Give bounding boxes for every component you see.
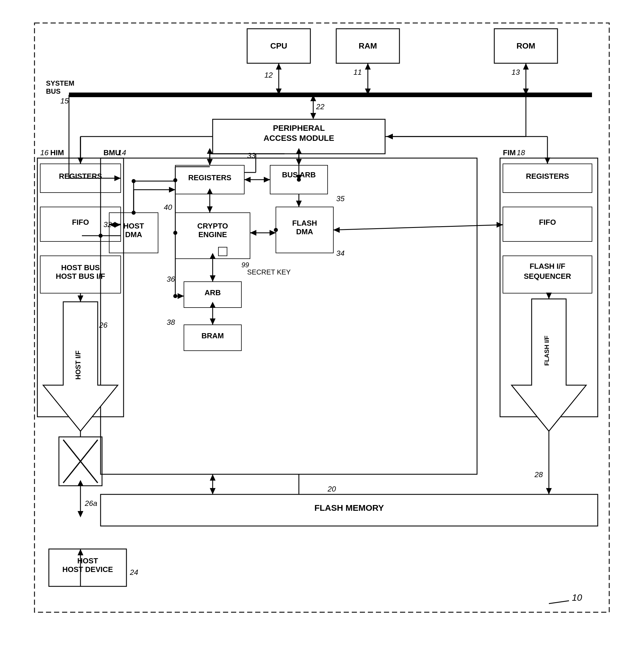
svg-marker-109: [210, 488, 216, 494]
arb-num-label: 36: [167, 275, 175, 283]
system-bus-num: 15: [61, 97, 69, 105]
him-host-bus-if-label: HOST BUS I/F: [56, 272, 105, 281]
pam-label2: ACCESS MODULE: [264, 134, 334, 143]
flash-if-label: FLASH I/F: [543, 335, 550, 366]
svg-marker-106: [78, 295, 83, 302]
system-bus-label2: BUS: [46, 88, 61, 95]
svg-rect-0: [35, 23, 609, 612]
diagram-ref-num: 10: [572, 592, 582, 603]
crypto-engine-label: CRYPTO: [198, 222, 228, 230]
host-if-label: HOST I/F: [74, 350, 82, 379]
svg-marker-68: [296, 201, 302, 207]
crypto-engine-label2: ENGINE: [198, 230, 227, 239]
num-34-label: 34: [336, 249, 345, 257]
him-host-bus-label: HOST BUS: [61, 263, 100, 272]
svg-marker-63: [250, 230, 256, 236]
svg-marker-104: [546, 488, 552, 494]
svg-marker-77: [169, 187, 175, 192]
ram-num-label: 11: [353, 68, 362, 77]
svg-marker-71: [264, 177, 270, 183]
svg-marker-7: [276, 63, 282, 69]
bmu-registers-label: REGISTERS: [188, 173, 231, 182]
bram-num-label: 38: [167, 318, 175, 326]
svg-marker-87: [115, 175, 121, 181]
rom-label: ROM: [516, 41, 535, 50]
flash-dma-label: FLASH: [292, 219, 317, 227]
ram-label: RAM: [359, 41, 377, 50]
svg-marker-53: [207, 206, 213, 213]
svg-rect-21: [100, 158, 477, 474]
fim-fifo-label: FIFO: [539, 218, 556, 227]
svg-marker-54: [207, 188, 213, 194]
host-dma-label2: DMA: [125, 230, 142, 239]
svg-marker-40: [296, 148, 302, 154]
secret-key-label: SECRET KEY: [247, 268, 291, 276]
svg-marker-59: [210, 319, 216, 325]
secret-key-num: 99: [241, 261, 249, 269]
fim-num-label: 18: [517, 148, 525, 157]
svg-marker-95: [78, 511, 83, 518]
svg-point-117: [274, 228, 278, 232]
flash-memory-label: FLASH MEMORY: [314, 503, 384, 512]
svg-marker-60: [210, 302, 216, 308]
svg-marker-108: [210, 474, 216, 481]
him-fifo-label: FIFO: [72, 218, 89, 227]
pam-num-label: 22: [316, 102, 324, 111]
svg-point-80: [98, 234, 103, 238]
svg-marker-56: [210, 276, 216, 282]
system-bus-label: SYSTEM: [46, 79, 75, 87]
svg-marker-48: [545, 158, 550, 164]
pam-label: PERIPHERAL: [273, 124, 325, 133]
flash-if-sequencer-label: FLASH I/F: [529, 262, 565, 270]
flash-if-sequencer-label2: SEQUENCER: [524, 272, 571, 281]
fim-label: FIM: [503, 148, 516, 157]
host-device-num-label: 24: [130, 568, 138, 577]
him-label: HIM: [50, 148, 64, 157]
cpu-num-label: 12: [264, 71, 273, 79]
svg-point-130: [132, 211, 136, 215]
svg-point-131: [132, 179, 136, 183]
num-35-label: 35: [336, 194, 345, 203]
svg-marker-57: [210, 253, 216, 259]
crypto-num-label: 40: [164, 203, 172, 212]
bmu-num-label: 14: [118, 148, 126, 157]
reg-num-33: 33: [247, 151, 255, 160]
svg-marker-125: [178, 293, 184, 299]
flash-if-num-label: 28: [534, 470, 543, 479]
svg-marker-114: [207, 148, 213, 154]
svg-marker-99: [78, 549, 83, 555]
host-if-num-label: 26: [99, 321, 107, 330]
him-num-label: 16: [40, 148, 49, 157]
host-device-label2: HOST DEVICE: [62, 565, 113, 574]
svg-marker-10: [365, 63, 371, 69]
svg-marker-13: [523, 63, 529, 69]
cpu-label: CPU: [270, 41, 287, 50]
host-if-cross-num: 26a: [84, 499, 97, 508]
svg-marker-102: [546, 293, 552, 299]
flash-mem-num-label: 20: [327, 485, 336, 493]
bram-label: BRAM: [201, 331, 224, 340]
arb-label: ARB: [205, 288, 221, 297]
svg-line-111: [549, 601, 569, 604]
svg-marker-70: [244, 177, 251, 183]
fim-registers-label: REGISTERS: [526, 172, 569, 180]
svg-marker-74: [115, 222, 121, 228]
diagram-container: CPU RAM ROM 12 11 13 SYSTEM BUS 15 22 PE…: [12, 12, 632, 658]
svg-marker-15: [310, 113, 316, 119]
svg-point-126: [173, 294, 177, 298]
svg-rect-31: [218, 247, 227, 256]
svg-marker-66: [333, 227, 340, 233]
flash-dma-label2: DMA: [296, 227, 313, 236]
host-dma-label: HOST: [123, 222, 144, 230]
him-registers-label: REGISTERS: [59, 172, 102, 180]
svg-point-118: [297, 178, 301, 182]
svg-marker-96: [78, 480, 83, 486]
rom-num-label: 13: [511, 68, 520, 77]
svg-marker-113: [207, 159, 213, 165]
